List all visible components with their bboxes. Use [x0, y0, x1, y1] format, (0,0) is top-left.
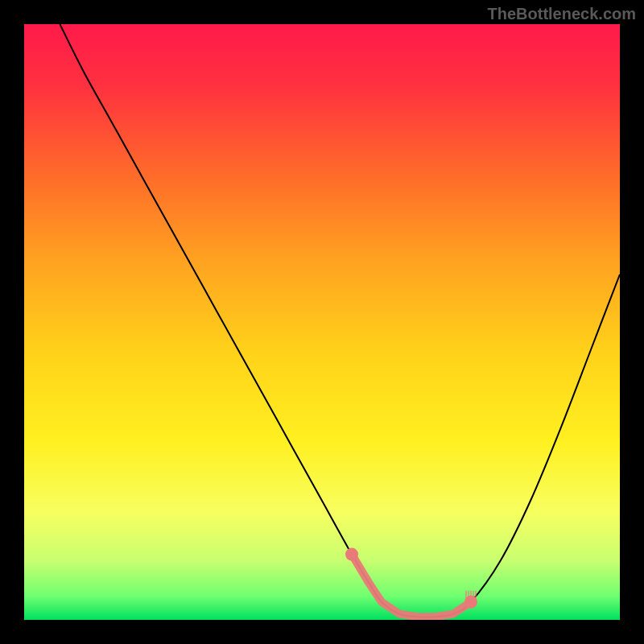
watermark-text: TheBottleneck.com [488, 5, 636, 23]
chart-highlight-layer [24, 24, 620, 620]
highlight-end-dot [345, 548, 358, 561]
highlight-band [352, 555, 471, 617]
chart-frame [24, 24, 620, 620]
